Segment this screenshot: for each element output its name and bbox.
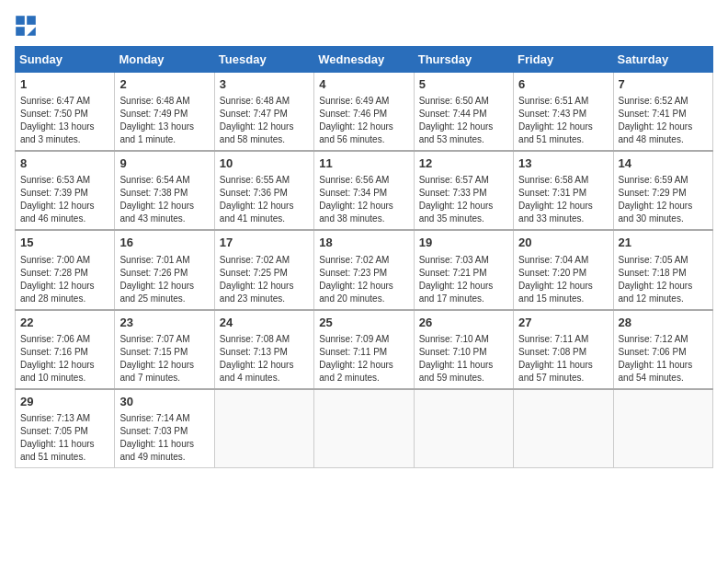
- day-number-24: 24: [220, 315, 309, 331]
- day-info-26: Sunrise: 7:10 AMSunset: 7:10 PMDaylight:…: [419, 333, 508, 385]
- calendar-table: SundayMondayTuesdayWednesdayThursdayFrid…: [15, 46, 713, 468]
- weekday-header-sunday: Sunday: [16, 47, 115, 73]
- day-number-5: 5: [419, 76, 508, 93]
- svg-marker-3: [27, 27, 36, 36]
- calendar-day-29: 29Sunrise: 7:13 AMSunset: 7:05 PMDayligh…: [16, 389, 115, 468]
- weekday-header-wednesday: Wednesday: [314, 47, 414, 73]
- calendar-day-4: 4Sunrise: 6:49 AMSunset: 7:46 PMDaylight…: [314, 73, 414, 152]
- logo: [15, 15, 40, 37]
- calendar-day-12: 12Sunrise: 6:57 AMSunset: 7:33 PMDayligh…: [414, 151, 513, 230]
- day-info-5: Sunrise: 6:50 AMSunset: 7:44 PMDaylight:…: [419, 95, 508, 146]
- svg-rect-2: [16, 27, 25, 36]
- calendar-day-17: 17Sunrise: 7:02 AMSunset: 7:25 PMDayligh…: [214, 230, 313, 309]
- day-info-24: Sunrise: 7:08 AMSunset: 7:13 PMDaylight:…: [220, 333, 309, 385]
- day-number-2: 2: [119, 76, 209, 93]
- calendar-day-3: 3Sunrise: 6:48 AMSunset: 7:47 PMDaylight…: [214, 73, 313, 152]
- calendar-day-9: 9Sunrise: 6:54 AMSunset: 7:38 PMDaylight…: [115, 151, 214, 230]
- day-number-30: 30: [119, 394, 209, 410]
- calendar-day-27: 27Sunrise: 7:11 AMSunset: 7:08 PMDayligh…: [514, 310, 613, 389]
- day-number-28: 28: [619, 315, 708, 331]
- day-info-19: Sunrise: 7:03 AMSunset: 7:21 PMDaylight:…: [419, 254, 508, 305]
- calendar-header: SundayMondayTuesdayWednesdayThursdayFrid…: [16, 47, 713, 73]
- svg-rect-0: [16, 16, 25, 25]
- day-number-3: 3: [220, 76, 309, 93]
- weekday-header-saturday: Saturday: [613, 47, 712, 73]
- calendar-day-1: 1Sunrise: 6:47 AMSunset: 7:50 PMDaylight…: [16, 73, 115, 152]
- header: [15, 15, 713, 37]
- calendar-week-5: 29Sunrise: 7:13 AMSunset: 7:05 PMDayligh…: [16, 389, 713, 468]
- day-info-17: Sunrise: 7:02 AMSunset: 7:25 PMDaylight:…: [220, 254, 309, 305]
- day-number-22: 22: [20, 315, 109, 331]
- calendar-day-25: 25Sunrise: 7:09 AMSunset: 7:11 PMDayligh…: [314, 310, 414, 389]
- day-number-14: 14: [619, 155, 708, 172]
- day-info-15: Sunrise: 7:00 AMSunset: 7:28 PMDaylight:…: [20, 254, 109, 305]
- weekday-header-friday: Friday: [514, 47, 613, 73]
- calendar-day-19: 19Sunrise: 7:03 AMSunset: 7:21 PMDayligh…: [414, 230, 513, 309]
- day-info-18: Sunrise: 7:02 AMSunset: 7:23 PMDaylight:…: [319, 254, 408, 305]
- calendar-day-23: 23Sunrise: 7:07 AMSunset: 7:15 PMDayligh…: [115, 310, 214, 389]
- day-info-4: Sunrise: 6:49 AMSunset: 7:46 PMDaylight:…: [319, 95, 408, 146]
- calendar-day-7: 7Sunrise: 6:52 AMSunset: 7:41 PMDaylight…: [613, 73, 712, 152]
- calendar-day-5: 5Sunrise: 6:50 AMSunset: 7:44 PMDaylight…: [414, 73, 513, 152]
- day-number-1: 1: [20, 76, 109, 93]
- day-info-21: Sunrise: 7:05 AMSunset: 7:18 PMDaylight:…: [619, 254, 708, 305]
- day-info-1: Sunrise: 6:47 AMSunset: 7:50 PMDaylight:…: [20, 95, 109, 146]
- calendar-week-1: 1Sunrise: 6:47 AMSunset: 7:50 PMDaylight…: [16, 73, 713, 152]
- calendar-day-6: 6Sunrise: 6:51 AMSunset: 7:43 PMDaylight…: [514, 73, 613, 152]
- day-number-17: 17: [220, 235, 309, 251]
- day-info-29: Sunrise: 7:13 AMSunset: 7:05 PMDaylight:…: [20, 412, 109, 464]
- day-info-8: Sunrise: 6:53 AMSunset: 7:39 PMDaylight:…: [20, 174, 109, 225]
- day-info-13: Sunrise: 6:58 AMSunset: 7:31 PMDaylight:…: [518, 174, 608, 225]
- day-number-19: 19: [419, 235, 508, 251]
- day-number-29: 29: [20, 394, 109, 410]
- day-info-30: Sunrise: 7:14 AMSunset: 7:03 PMDaylight:…: [119, 412, 209, 464]
- calendar-day-30: 30Sunrise: 7:14 AMSunset: 7:03 PMDayligh…: [115, 389, 214, 468]
- calendar-day-13: 13Sunrise: 6:58 AMSunset: 7:31 PMDayligh…: [514, 151, 613, 230]
- weekday-header-row: SundayMondayTuesdayWednesdayThursdayFrid…: [16, 47, 713, 73]
- day-number-8: 8: [20, 155, 109, 172]
- day-info-28: Sunrise: 7:12 AMSunset: 7:06 PMDaylight:…: [619, 333, 708, 385]
- empty-day: [514, 389, 613, 468]
- day-info-20: Sunrise: 7:04 AMSunset: 7:20 PMDaylight:…: [518, 254, 608, 305]
- weekday-header-monday: Monday: [115, 47, 214, 73]
- day-info-23: Sunrise: 7:07 AMSunset: 7:15 PMDaylight:…: [119, 333, 209, 385]
- calendar-week-4: 22Sunrise: 7:06 AMSunset: 7:16 PMDayligh…: [16, 310, 713, 389]
- calendar-body: 1Sunrise: 6:47 AMSunset: 7:50 PMDaylight…: [16, 73, 713, 468]
- day-info-6: Sunrise: 6:51 AMSunset: 7:43 PMDaylight:…: [518, 95, 608, 146]
- calendar-day-26: 26Sunrise: 7:10 AMSunset: 7:10 PMDayligh…: [414, 310, 513, 389]
- day-number-15: 15: [20, 235, 109, 251]
- day-number-11: 11: [319, 155, 408, 172]
- day-info-12: Sunrise: 6:57 AMSunset: 7:33 PMDaylight:…: [419, 174, 508, 225]
- day-number-6: 6: [518, 76, 608, 93]
- calendar-day-10: 10Sunrise: 6:55 AMSunset: 7:36 PMDayligh…: [214, 151, 313, 230]
- day-info-9: Sunrise: 6:54 AMSunset: 7:38 PMDaylight:…: [119, 174, 209, 225]
- day-info-10: Sunrise: 6:55 AMSunset: 7:36 PMDaylight:…: [220, 174, 309, 225]
- day-info-7: Sunrise: 6:52 AMSunset: 7:41 PMDaylight:…: [619, 95, 708, 146]
- day-number-9: 9: [119, 155, 209, 172]
- day-number-26: 26: [419, 315, 508, 331]
- calendar-day-22: 22Sunrise: 7:06 AMSunset: 7:16 PMDayligh…: [16, 310, 115, 389]
- day-number-12: 12: [419, 155, 508, 172]
- empty-day: [214, 389, 313, 468]
- day-info-25: Sunrise: 7:09 AMSunset: 7:11 PMDaylight:…: [319, 333, 408, 385]
- calendar-day-8: 8Sunrise: 6:53 AMSunset: 7:39 PMDaylight…: [16, 151, 115, 230]
- day-number-25: 25: [319, 315, 408, 331]
- empty-day: [314, 389, 414, 468]
- day-number-4: 4: [319, 76, 408, 93]
- day-number-13: 13: [518, 155, 608, 172]
- calendar-day-20: 20Sunrise: 7:04 AMSunset: 7:20 PMDayligh…: [514, 230, 613, 309]
- day-number-20: 20: [518, 235, 608, 251]
- day-info-14: Sunrise: 6:59 AMSunset: 7:29 PMDaylight:…: [619, 174, 708, 225]
- calendar-week-3: 15Sunrise: 7:00 AMSunset: 7:28 PMDayligh…: [16, 230, 713, 309]
- day-number-7: 7: [619, 76, 708, 93]
- weekday-header-thursday: Thursday: [414, 47, 513, 73]
- day-number-18: 18: [319, 235, 408, 251]
- calendar-day-15: 15Sunrise: 7:00 AMSunset: 7:28 PMDayligh…: [16, 230, 115, 309]
- calendar-day-28: 28Sunrise: 7:12 AMSunset: 7:06 PMDayligh…: [613, 310, 712, 389]
- calendar-day-11: 11Sunrise: 6:56 AMSunset: 7:34 PMDayligh…: [314, 151, 414, 230]
- svg-rect-1: [27, 16, 36, 25]
- calendar-week-2: 8Sunrise: 6:53 AMSunset: 7:39 PMDaylight…: [16, 151, 713, 230]
- empty-day: [414, 389, 513, 468]
- calendar-day-16: 16Sunrise: 7:01 AMSunset: 7:26 PMDayligh…: [115, 230, 214, 309]
- day-number-21: 21: [619, 235, 708, 251]
